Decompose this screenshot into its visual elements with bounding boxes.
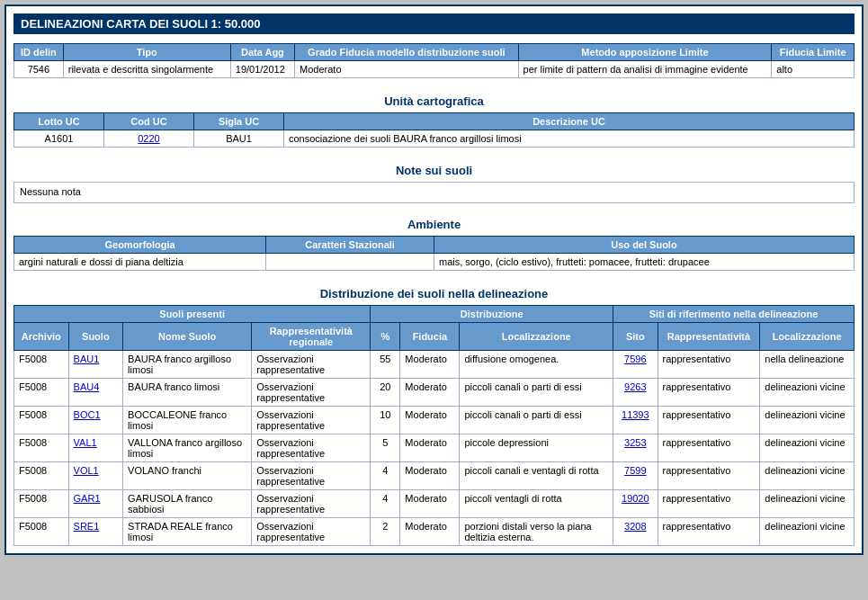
dist-perc: 10: [371, 407, 400, 434]
dist-loc-sito: delineazioni vicine: [760, 518, 855, 546]
dist-localizzazione: piccoli canali o parti di essi: [460, 407, 613, 434]
ambiente-section-title: Ambiente: [13, 210, 855, 236]
col-data-agg: Data Agg: [230, 44, 294, 61]
caratteri-val: [266, 254, 434, 271]
dist-sito[interactable]: 9263: [613, 379, 658, 407]
dist-loc-sito: delineazioni vicine: [760, 379, 855, 407]
dist-row: F5008GAR1GARUSOLA franco sabbiosiOsserva…: [14, 490, 855, 518]
dist-row: F5008BAU1BAURA franco argilloso limosiOs…: [14, 351, 855, 379]
dist-perc: 2: [371, 518, 400, 546]
col-rapp-sito: Rappresentatività: [658, 323, 760, 351]
delin-id: 7546: [14, 61, 64, 78]
col-desc-uc: Descrizione UC: [284, 113, 855, 130]
super-header-suoli: Suoli presenti: [14, 306, 371, 323]
col-sigla-uc: Sigla UC: [194, 113, 284, 130]
dist-suolo[interactable]: VOL1: [68, 462, 123, 490]
dist-fiducia: Moderato: [400, 518, 460, 546]
col-tipo: Tipo: [63, 44, 230, 61]
dist-suolo[interactable]: VAL1: [68, 434, 123, 462]
dist-row: F5008BAU4BAURA franco limosiOsservazioni…: [14, 379, 855, 407]
dist-nome-suolo: VOLANO franchi: [123, 462, 252, 490]
dist-archivio: F5008: [14, 462, 69, 490]
col-localizzazione: Localizzazione: [460, 323, 613, 351]
col-fiducia: Fiducia: [400, 323, 460, 351]
dist-rapp-sito: rappresentativo: [658, 351, 760, 379]
dist-perc: 4: [371, 462, 400, 490]
dist-fiducia: Moderato: [400, 379, 460, 407]
dist-archivio: F5008: [14, 434, 69, 462]
dist-loc-sito: delineazioni vicine: [760, 434, 855, 462]
dist-fiducia: Moderato: [400, 434, 460, 462]
uc-section-title: Unità cartografica: [13, 87, 855, 112]
dist-archivio: F5008: [14, 379, 69, 407]
dist-suolo[interactable]: BOC1: [68, 407, 123, 434]
dist-localizzazione: porzioni distali verso la piana deltizia…: [460, 518, 613, 546]
col-suolo: Suolo: [68, 323, 123, 351]
dist-section-title: Distribuzione dei suoli nella delineazio…: [13, 280, 855, 305]
page-title: DELINEAZIONI CARTA DEI SUOLI 1: 50.000: [13, 13, 855, 34]
dist-sito[interactable]: 7596: [613, 351, 658, 379]
uc-sigla: BAU1: [194, 130, 284, 148]
dist-nome-suolo: VALLONA franco argilloso limosi: [123, 434, 252, 462]
dist-rapp-reg: Osservazioni rappresentative: [252, 407, 371, 434]
dist-archivio: F5008: [14, 407, 69, 434]
uso-suolo-val: mais, sorgo, (ciclo estivo), frutteti: p…: [434, 254, 854, 271]
dist-perc: 4: [371, 490, 400, 518]
dist-suolo[interactable]: SRE1: [68, 518, 123, 546]
dist-rapp-reg: Osservazioni rappresentative: [252, 462, 371, 490]
delin-grado: Moderato: [295, 61, 519, 78]
dist-perc: 20: [371, 379, 400, 407]
dist-rapp-sito: rappresentativo: [658, 434, 760, 462]
super-header-distribuzione: Distribuzione: [371, 306, 613, 323]
dist-nome-suolo: BAURA franco limosi: [123, 379, 252, 407]
dist-nome-suolo: GARUSOLA franco sabbiosi: [123, 490, 252, 518]
dist-row: F5008VOL1VOLANO franchiOsservazioni rapp…: [14, 462, 855, 490]
dist-sito[interactable]: 11393: [613, 407, 658, 434]
dist-localizzazione: piccoli canali e ventagli di rotta: [460, 462, 613, 490]
dist-row: F5008SRE1STRADA REALE franco limosiOsser…: [14, 518, 855, 546]
col-cod-uc: Cod UC: [104, 113, 194, 130]
dist-sito[interactable]: 19020: [613, 490, 658, 518]
dist-rapp-reg: Osservazioni rappresentative: [252, 490, 371, 518]
dist-localizzazione: piccoli canali o parti di essi: [460, 379, 613, 407]
uc-row: A1601 0220 BAU1 consociazione dei suoli …: [14, 130, 855, 148]
dist-localizzazione: diffusione omogenea.: [460, 351, 613, 379]
delineation-row: 7546 rilevata e descritta singolarmente …: [14, 61, 855, 78]
dist-sito[interactable]: 7599: [613, 462, 658, 490]
dist-archivio: F5008: [14, 490, 69, 518]
note-section-title: Note sui suoli: [13, 157, 855, 182]
uc-lotto: A1601: [14, 130, 104, 148]
dist-localizzazione: piccoli ventagli di rotta: [460, 490, 613, 518]
col-nome-suolo: Nome Suolo: [123, 323, 252, 351]
dist-rapp-sito: rappresentativo: [658, 490, 760, 518]
delin-metodo: per limite di pattern da analisi di imma…: [518, 61, 772, 78]
col-grado-fiducia: Grado Fiducia modello distribuzione suol…: [295, 44, 519, 61]
col-perc: %: [371, 323, 400, 351]
dist-perc: 55: [371, 351, 400, 379]
col-lotto-uc: Lotto UC: [14, 113, 104, 130]
delin-tipo: rilevata e descritta singolarmente: [63, 61, 230, 78]
dist-loc-sito: delineazioni vicine: [760, 462, 855, 490]
dist-fiducia: Moderato: [400, 407, 460, 434]
geomorfologia-val: argini naturali e dossi di piana deltizi…: [14, 254, 266, 271]
col-metodo: Metodo apposizione Limite: [518, 44, 772, 61]
col-geomorfologia: Geomorfologia: [14, 237, 266, 254]
delin-fiducia: alto: [772, 61, 855, 78]
dist-suolo[interactable]: BAU1: [68, 351, 123, 379]
uc-cod[interactable]: 0220: [104, 130, 194, 148]
dist-perc: 5: [371, 434, 400, 462]
col-fiducia-limite: Fiducia Limite: [772, 44, 855, 61]
dist-rapp-reg: Osservazioni rappresentative: [252, 518, 371, 546]
dist-rapp-sito: rappresentativo: [658, 518, 760, 546]
dist-rapp-reg: Osservazioni rappresentative: [252, 379, 371, 407]
dist-localizzazione: piccole depressioni: [460, 434, 613, 462]
uc-descrizione: consociazione dei suoli BAURA franco arg…: [284, 130, 855, 148]
dist-sito[interactable]: 3208: [613, 518, 658, 546]
dist-rapp-reg: Osservazioni rappresentative: [252, 434, 371, 462]
dist-nome-suolo: BAURA franco argilloso limosi: [123, 351, 252, 379]
dist-sito[interactable]: 3253: [613, 434, 658, 462]
dist-archivio: F5008: [14, 351, 69, 379]
dist-rapp-sito: rappresentativo: [658, 407, 760, 434]
dist-suolo[interactable]: GAR1: [68, 490, 123, 518]
dist-suolo[interactable]: BAU4: [68, 379, 123, 407]
